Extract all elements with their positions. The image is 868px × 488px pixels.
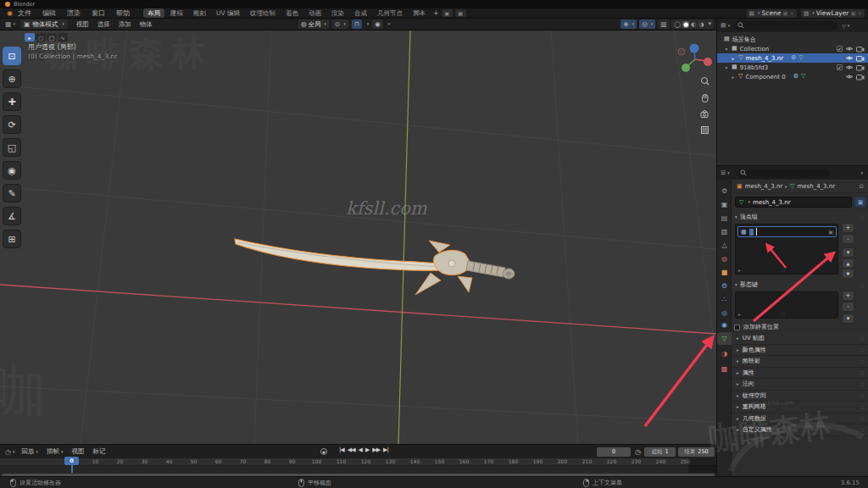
vertex-group-rename-input[interactable]: ▦ ▣ (737, 226, 837, 237)
tool-button[interactable]: ✎ (3, 184, 21, 202)
playback-button[interactable]: ▶▶ (372, 446, 380, 453)
collapsed-panel-header[interactable]: ▸ 纹理空间 ∷ (732, 391, 868, 402)
pan-button[interactable] (698, 91, 711, 104)
current-frame-badge[interactable]: 0 (64, 457, 79, 465)
tab-world[interactable]: ◍ (717, 252, 732, 265)
outliner-search-input[interactable] (734, 21, 837, 30)
tool-button[interactable]: ⊞ (3, 230, 21, 248)
delete-scene-icon[interactable]: × (790, 10, 794, 17)
workspace-tab[interactable]: 渲染 (327, 8, 348, 18)
editor-type-button[interactable]: ▦ ▾ (5, 20, 15, 28)
tab-scene[interactable]: △ (717, 239, 732, 252)
outliner-editor-icon[interactable]: ▤ (721, 22, 726, 29)
frame-end-field[interactable]: 结束 250 (678, 447, 715, 457)
shading-solid-button[interactable]: ● (682, 21, 689, 28)
perspective-toggle-button[interactable] (698, 123, 711, 136)
panel-grip-icon[interactable]: ∷ (860, 282, 865, 288)
select-tweak-button[interactable]: ▸ (25, 33, 35, 42)
xray-toggle[interactable]: ▥ (658, 19, 669, 29)
hide-eye-icon[interactable] (845, 46, 854, 52)
list-expand-icon[interactable]: ▸ (738, 312, 741, 317)
select-lasso-button[interactable]: ∿ (58, 33, 68, 42)
playback-button[interactable]: ▶| (383, 446, 388, 453)
tool-button[interactable]: ⊕ (3, 69, 21, 88)
show-overlays-toggle[interactable]: ◎ ▾ (639, 19, 655, 29)
zoom-button[interactable] (698, 75, 711, 88)
viewport-menu-item[interactable]: 视图 (76, 20, 89, 29)
collapsed-panel-header[interactable]: ▸ 自定义属性 ∷ (732, 424, 868, 436)
shape-key-remove-button[interactable]: - (842, 302, 854, 312)
orientation-selector[interactable]: ◍ 全局 ▾ (298, 19, 329, 29)
timeline-editor-icon[interactable]: ◷ (5, 448, 11, 456)
workspace-tab[interactable]: UV 编辑 (212, 8, 244, 18)
shield-button[interactable]: ▣ (854, 197, 866, 208)
playback-button[interactable]: |◀ (339, 446, 344, 453)
tool-button[interactable]: ✚ (3, 92, 21, 111)
camera-visibility-icon[interactable] (856, 64, 865, 71)
timeline-menu-item[interactable]: 标记 (93, 447, 106, 456)
proportional-edit-toggle[interactable]: ◉ (372, 19, 383, 29)
breadcrumb-object[interactable]: mesh_4_3.nr (745, 183, 783, 190)
panel-grip-icon[interactable]: ∷ (860, 404, 865, 410)
delete-layer-icon[interactable]: × (858, 10, 862, 17)
collapsed-panel-header[interactable]: ▸ 属性 ∷ (732, 368, 868, 380)
tab-view-layer[interactable]: ▧ (717, 225, 732, 238)
auto-key-record-button[interactable]: ● (320, 448, 327, 455)
shape-key-add-button[interactable]: + (842, 291, 854, 301)
add-workspace-button[interactable]: + (433, 9, 439, 17)
workspace-extra-icon-a[interactable]: ▣ (442, 9, 453, 17)
data-name-field[interactable]: ▽ ▾ mesh_4_3.nr (735, 197, 852, 208)
vertex-group-add-button[interactable]: + (842, 223, 854, 233)
shading-rendered-button[interactable]: ◑ (698, 21, 704, 28)
mode-selector[interactable]: ▣ 物体模式 ▾ (20, 19, 68, 29)
tool-button[interactable]: ◱ (3, 138, 21, 157)
snap-toggle[interactable]: ⊓ (352, 19, 362, 29)
timeline-menu-item[interactable]: 回放 (22, 447, 39, 456)
workspace-tab[interactable]: 几何节点 (373, 8, 407, 18)
workspace-extra-icon-b[interactable]: ▦ (455, 9, 466, 17)
outliner-row-mesh-selected[interactable]: ▸ ▽ mesh_4_3.nr ⚙ ▽ (717, 53, 868, 63)
properties-search-input[interactable] (737, 169, 830, 178)
camera-view-button[interactable] (698, 107, 711, 120)
panel-grip-icon[interactable]: ∷ (860, 336, 865, 341)
blender-menu-icon[interactable]: ◉ (7, 9, 13, 17)
properties-editor-icon[interactable]: ☰ (721, 169, 726, 176)
show-gizmo-toggle[interactable]: ⊕ ▾ (620, 19, 637, 29)
view-layer-selector[interactable]: ▧ ▾ ViewLayer ▣ × (801, 9, 865, 18)
scene-selector[interactable]: ▤ ▾ Scene ▣ × (747, 9, 797, 18)
tool-button[interactable]: ⟳ (3, 115, 21, 134)
tab-modifiers[interactable]: ⚙ (717, 280, 732, 292)
disclosure-open-icon[interactable]: ▾ (724, 65, 729, 70)
panel-grip-icon[interactable]: ∷ (860, 381, 865, 387)
viewport-3d[interactable]: ▸ ▢ ◯ ∿ 用户透视 (局部) (0) Collection | mesh_… (0, 30, 716, 444)
timeline-menu-item[interactable]: 视图 (72, 447, 85, 456)
properties-options-chevron-icon[interactable]: ▾ (860, 171, 863, 175)
snap-options-chevron-icon[interactable]: ▾ (367, 22, 370, 26)
panel-grip-icon[interactable]: ∷ (860, 369, 865, 375)
shading-wireframe-button[interactable]: ◯ (673, 21, 682, 28)
outliner-row-component[interactable]: ▸ ▽ Component 0 ⚙ ▽ (717, 72, 868, 81)
collapsed-panel-header[interactable]: ▸ 颜色属性 ∷ (732, 345, 868, 357)
pin-icon[interactable]: ⊙ (859, 183, 864, 190)
panel-grip-icon[interactable]: ∷ (860, 415, 865, 421)
disclosure-open-icon[interactable]: ▾ (724, 47, 729, 52)
panel-grip-icon[interactable]: ∷ (860, 392, 865, 398)
new-scene-icon[interactable]: ▣ (782, 10, 787, 17)
workspace-tab[interactable]: 脚本 (409, 8, 430, 18)
vertex-groups-list[interactable]: ▦ ▣ ▸ ∷ (735, 224, 838, 274)
playback-button[interactable]: ▶ (365, 446, 369, 453)
disclosure-closed-icon[interactable]: ▸ (731, 75, 736, 80)
topbar-menu-item[interactable]: 帮助 (116, 8, 130, 18)
panel-grip-icon[interactable]: ∷ (860, 358, 865, 364)
viewport-menu-item[interactable]: 物体 (140, 20, 153, 29)
vertex-groups-panel-header[interactable]: ▾ 顶点组 ∷ (732, 212, 868, 222)
tab-render[interactable]: ▣ (717, 198, 732, 211)
workspace-tab[interactable]: 动画 (304, 8, 326, 18)
shape-keys-panel-header[interactable]: ▾ 形态键 ∷ (732, 280, 868, 290)
collapsed-panel-header[interactable]: ▸ 几何数据 ∷ (732, 413, 868, 425)
tool-button[interactable]: ◉ (3, 161, 21, 180)
workspace-tab[interactable]: 着色 (281, 8, 303, 18)
tab-output[interactable]: ▤ (717, 212, 732, 225)
vertex-group-remove-button[interactable]: - (842, 234, 854, 244)
collection-checkbox[interactable]: ✓ (837, 64, 843, 70)
